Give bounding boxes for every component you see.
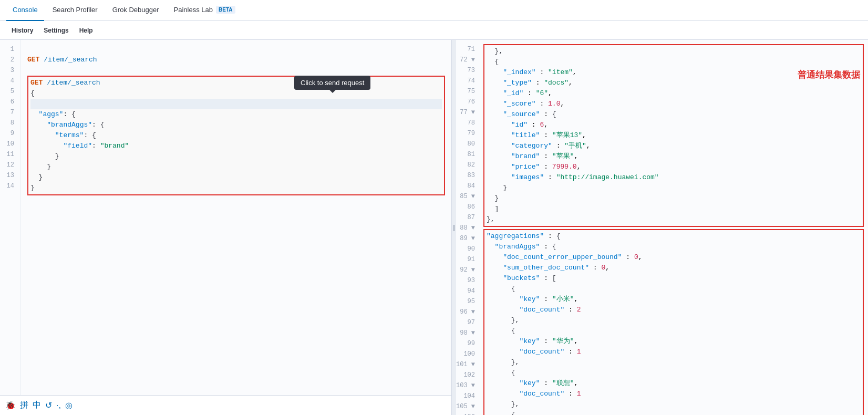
editor-line-3 xyxy=(27,65,445,76)
editor-line-4: GET /item/_search xyxy=(30,78,442,88)
beta-badge: BETA xyxy=(216,6,235,14)
editor-code-area[interactable]: GET /item/_search GET /item/_search { "a… xyxy=(21,40,451,415)
tab-painless-lab[interactable]: Painless Lab BETA xyxy=(168,0,242,21)
sub-nav-help[interactable]: Help xyxy=(74,24,98,37)
chinese-icon[interactable]: 中 xyxy=(33,400,41,411)
dots-icon[interactable]: ·, xyxy=(56,401,61,410)
sub-nav-settings[interactable]: Settings xyxy=(38,24,74,37)
selected-code-block: GET /item/_search { "aggs": { "brandAggs… xyxy=(27,76,445,195)
editor-line-13: } xyxy=(30,172,442,183)
editor-line-12: } xyxy=(30,162,442,172)
editor-line-1 xyxy=(27,44,445,55)
sub-navigation: History Settings Help xyxy=(0,21,868,40)
undo-icon[interactable]: ↺ xyxy=(45,400,52,410)
editor-line-11: } xyxy=(30,151,442,162)
pinyin-icon[interactable]: 拼 xyxy=(20,400,28,411)
sub-nav-history[interactable]: History xyxy=(6,24,38,37)
main-content: Click to send request ▶ 🔧 1 2 3 4 5 6 7 … xyxy=(0,40,868,415)
result-line-numbers: 71 72 ▼ 73 74 75 76 77 ▼ 78 79 80 81 82 … xyxy=(456,40,479,415)
tab-search-profiler[interactable]: Search Profiler xyxy=(46,0,104,21)
editor-line-14: } xyxy=(30,183,442,193)
result-code-area: 71 72 ▼ 73 74 75 76 77 ▼ 78 79 80 81 82 … xyxy=(456,40,868,415)
result-panel: 普通结果集数据 71 72 ▼ 73 74 75 76 77 ▼ 78 79 8… xyxy=(456,40,868,415)
editor-line-8: "brandAggs": { xyxy=(30,120,442,130)
bug-icon[interactable]: 🐞 xyxy=(5,400,16,410)
result-code-content[interactable]: }, { "_index" : "item", "_type" : "docs"… xyxy=(479,40,868,415)
editor-line-9: "terms": { xyxy=(30,130,442,141)
top-navigation: Console Search Profiler Grok Debugger Pa… xyxy=(0,0,868,21)
editor-line-5: { xyxy=(30,88,442,99)
editor-panel: Click to send request ▶ 🔧 1 2 3 4 5 6 7 … xyxy=(0,40,452,415)
panel-divider[interactable]: ‖ xyxy=(452,40,456,415)
editor-line-2: GET /item/_search xyxy=(27,55,445,65)
editor-line-10: "field": "brand" xyxy=(30,141,442,151)
circle-icon[interactable]: ◎ xyxy=(65,400,73,410)
tab-grok-debugger[interactable]: Grok Debugger xyxy=(106,0,166,21)
code-editor[interactable]: 1 2 3 4 5 6 7 8 9 10 11 12 13 14 GET /it… xyxy=(0,40,451,415)
annotation-label: 普通结果集数据 xyxy=(798,69,860,81)
editor-line-6 xyxy=(30,99,442,109)
line-numbers: 1 2 3 4 5 6 7 8 9 10 11 12 13 14 xyxy=(0,40,21,415)
tab-console[interactable]: Console xyxy=(6,0,44,21)
editor-line-7: "aggs": { xyxy=(30,109,442,120)
send-tooltip: Click to send request xyxy=(294,76,370,90)
bottom-bar: 🐞 拼 中 ↺ ·, ◎ xyxy=(0,395,452,415)
result-section-aggregations: "aggregations" : { "brandAggs" : { "doc_… xyxy=(483,229,864,415)
